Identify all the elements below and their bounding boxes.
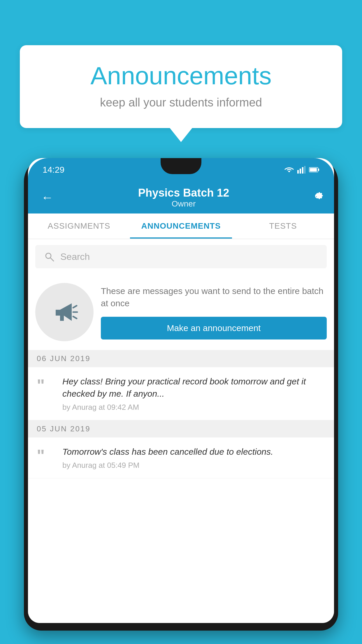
svg-line-9 [73, 306, 77, 308]
promo-description: These are messages you want to send to t… [101, 285, 327, 309]
tab-assignments[interactable]: ASSIGNMENTS [28, 214, 130, 239]
tabs-bar: ASSIGNMENTS ANNOUNCEMENTS TESTS [28, 214, 334, 239]
promo-text-area: These are messages you want to send to t… [101, 285, 327, 340]
svg-rect-2 [302, 167, 303, 174]
svg-line-8 [50, 258, 54, 261]
promo-icon-circle [35, 283, 94, 341]
status-time: 14:29 [43, 165, 64, 175]
announcement-item-1[interactable]: " Hey class! Bring your practical record… [28, 367, 334, 420]
announcement-promo: These are messages you want to send to t… [28, 274, 334, 350]
search-bar[interactable]: Search [35, 245, 327, 268]
app-toolbar: ← Physics Batch 12 Owner [28, 181, 334, 214]
announcement-message-1: Hey class! Bring your practical record b… [62, 375, 325, 400]
megaphone-icon [50, 298, 79, 327]
gear-icon [311, 190, 324, 202]
quote-icon-1: " [37, 377, 54, 394]
announcements-subtitle: keep all your students informed [37, 96, 325, 109]
signal-icon [297, 166, 305, 174]
back-button[interactable]: ← [38, 188, 56, 207]
announcement-item-2[interactable]: " Tomorrow's class has been cancelled du… [28, 438, 334, 478]
svg-rect-3 [304, 166, 305, 174]
announcement-text-area-2: Tomorrow's class has been cancelled due … [62, 446, 325, 470]
tab-tests[interactable]: TESTS [232, 214, 334, 239]
make-announcement-button[interactable]: Make an announcement [101, 317, 327, 340]
announcement-text-area-1: Hey class! Bring your practical record b… [62, 375, 325, 412]
svg-rect-1 [300, 169, 301, 174]
phone-screen: 14:29 [28, 158, 334, 623]
settings-button[interactable] [311, 190, 324, 205]
search-placeholder: Search [60, 251, 90, 262]
announcements-title: Announcements [37, 61, 325, 90]
svg-rect-5 [318, 169, 319, 171]
toolbar-title-area: Physics Batch 12 Owner [56, 187, 311, 209]
battery-icon [309, 167, 319, 173]
svg-rect-0 [297, 170, 299, 174]
quote-icon-2: " [37, 447, 54, 464]
phone-container: 14:29 [24, 155, 338, 644]
wifi-icon [284, 166, 294, 174]
phone-device: 14:29 [24, 158, 338, 631]
phone-notch [161, 158, 201, 174]
search-icon [44, 251, 55, 262]
date-separator-2: 05 JUN 2019 [28, 420, 334, 438]
toolbar-title: Physics Batch 12 [56, 187, 311, 199]
svg-rect-6 [310, 168, 317, 172]
svg-line-11 [73, 316, 77, 318]
announcement-meta-1: by Anurag at 09:42 AM [62, 403, 325, 412]
announcement-meta-2: by Anurag at 05:49 PM [62, 461, 325, 470]
phone-content: Search These are messages you want to se… [28, 239, 334, 623]
tab-announcements[interactable]: ANNOUNCEMENTS [130, 214, 232, 239]
date-separator-1: 06 JUN 2019 [28, 350, 334, 367]
speech-bubble: Announcements keep all your students inf… [20, 45, 342, 128]
toolbar-subtitle: Owner [56, 199, 311, 209]
announcement-message-2: Tomorrow's class has been cancelled due … [62, 446, 325, 458]
speech-bubble-container: Announcements keep all your students inf… [20, 45, 342, 128]
status-icons [284, 166, 319, 174]
status-bar: 14:29 [28, 158, 334, 181]
